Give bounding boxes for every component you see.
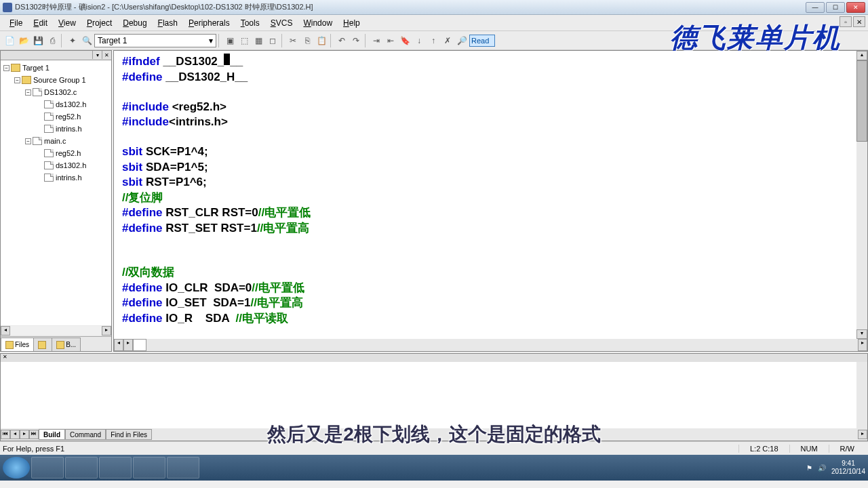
taskbar-item[interactable]: [65, 457, 98, 479]
close-button[interactable]: ✕: [846, 2, 865, 13]
start-button[interactable]: [3, 457, 30, 479]
system-tray[interactable]: ⚑ 🔊 9:412012/10/14: [806, 460, 865, 476]
tree-header[interactable]: reg52.h: [56, 113, 81, 121]
tree-header[interactable]: intrins.h: [56, 125, 82, 133]
save-icon[interactable]: 💾: [31, 34, 45, 47]
menu-tools[interactable]: Tools: [235, 17, 265, 29]
redo-icon[interactable]: ↷: [349, 34, 363, 47]
save-all-icon[interactable]: ⎙: [45, 34, 59, 47]
mdi-restore-button[interactable]: ▫: [840, 16, 852, 27]
pane-tab-files[interactable]: Files: [1, 338, 34, 351]
tree-collapse-icon[interactable]: −: [14, 77, 20, 83]
scroll-right-icon[interactable]: ▸: [858, 430, 867, 439]
output-close-icon[interactable]: ✕: [1, 354, 9, 362]
cut-icon[interactable]: ✂: [286, 34, 300, 47]
new-file-icon[interactable]: 📄: [3, 34, 16, 47]
menu-window[interactable]: Window: [298, 17, 338, 29]
scroll-left-icon[interactable]: ◂: [1, 326, 10, 336]
menu-svcs[interactable]: SVCS: [265, 17, 298, 29]
undo-icon[interactable]: ↶: [335, 34, 349, 47]
build-target-icon[interactable]: ▣: [223, 34, 237, 47]
pane-close-icon[interactable]: ✕: [102, 51, 111, 59]
tree-collapse-icon[interactable]: −: [3, 65, 9, 71]
scroll-down-icon[interactable]: ▾: [856, 329, 867, 339]
project-tree[interactable]: −Target 1 −Source Group 1 −DS1302.c ds13…: [1, 60, 111, 325]
minimize-button[interactable]: —: [806, 2, 825, 13]
scroll-right-end-icon[interactable]: ▸: [858, 339, 867, 351]
mdi-close-button[interactable]: ✕: [853, 16, 865, 27]
editor-hscrollbar[interactable]: ◂ ▸ ▸: [114, 339, 867, 351]
tray-volume-icon[interactable]: 🔊: [818, 464, 826, 472]
find-input[interactable]: Read: [469, 35, 495, 47]
tree-header[interactable]: reg52.h: [56, 149, 81, 157]
output-tab-findinfiles[interactable]: Find in Files: [106, 429, 152, 440]
maximize-button[interactable]: ☐: [826, 2, 845, 13]
bookmark-prev-icon[interactable]: ↑: [427, 34, 440, 47]
menu-file[interactable]: File: [4, 17, 28, 29]
tree-collapse-icon[interactable]: −: [25, 89, 31, 96]
app-icon: [3, 3, 12, 12]
menu-help[interactable]: Help: [338, 17, 366, 29]
target-select[interactable]: Target 1▾: [94, 34, 216, 47]
scroll-right-icon[interactable]: ▸: [123, 339, 133, 351]
open-icon[interactable]: 📂: [17, 34, 31, 47]
tree-file[interactable]: main.c: [44, 137, 66, 145]
editor-vscrollbar[interactable]: ▴ ▾: [856, 51, 867, 339]
output-pane: ✕ ⏮ ◂ ▸ ⏭ Build Command Find in Files ▸: [0, 353, 868, 441]
tree-header[interactable]: intrins.h: [56, 174, 82, 182]
output-text[interactable]: [1, 362, 856, 428]
scroll-right-icon[interactable]: ▸: [102, 326, 111, 336]
binoculars-icon[interactable]: 🔍: [80, 34, 94, 47]
taskbar-item[interactable]: [99, 457, 132, 479]
copy-icon[interactable]: ⎘: [300, 34, 314, 47]
indent-icon[interactable]: ⇥: [370, 34, 383, 47]
pane-tab-regs[interactable]: [33, 338, 52, 351]
pane-tab-books[interactable]: B...: [52, 338, 81, 351]
taskbar-item[interactable]: [167, 457, 199, 479]
tree-header[interactable]: ds1302.h: [56, 161, 86, 169]
tree-header[interactable]: ds1302.h: [56, 100, 86, 108]
tree-group[interactable]: Source Group 1: [33, 76, 86, 84]
menu-debug[interactable]: Debug: [117, 17, 152, 29]
menu-edit[interactable]: Edit: [28, 17, 53, 29]
stop-build-icon[interactable]: ◻: [266, 34, 279, 47]
taskbar-item[interactable]: [133, 457, 165, 479]
menu-view[interactable]: View: [53, 17, 81, 29]
tray-clock[interactable]: 9:412012/10/14: [831, 460, 865, 476]
output-tab-build[interactable]: Build: [39, 429, 65, 440]
tab-next-icon[interactable]: ▸: [20, 430, 29, 439]
tab-first-icon[interactable]: ⏮: [1, 430, 10, 439]
bookmark-clear-icon[interactable]: ✗: [441, 34, 454, 47]
tree-file[interactable]: DS1302.c: [44, 88, 77, 96]
tab-prev-icon[interactable]: ◂: [10, 430, 20, 439]
output-tabs: ⏮ ◂ ▸ ⏭ Build Command Find in Files ▸: [1, 428, 867, 441]
menu-peripherals[interactable]: Peripherals: [183, 17, 235, 29]
target-options-icon[interactable]: ✦: [66, 34, 79, 47]
tree-target[interactable]: Target 1: [22, 64, 50, 72]
scroll-up-icon[interactable]: ▴: [856, 51, 867, 60]
scroll-left-icon[interactable]: ◂: [114, 339, 123, 351]
paste-icon[interactable]: 📋: [315, 34, 328, 47]
menu-project[interactable]: Project: [81, 17, 117, 29]
build-all-icon[interactable]: ▦: [252, 34, 265, 47]
bookmark-next-icon[interactable]: ↓: [412, 34, 426, 47]
target-icon: [11, 64, 20, 72]
status-rw: R/W: [829, 445, 865, 453]
editor-tab[interactable]: [133, 339, 146, 351]
menu-flash[interactable]: Flash: [153, 17, 183, 29]
scroll-thumb[interactable]: [856, 60, 867, 142]
bookmark-icon[interactable]: 🔖: [398, 34, 412, 47]
rebuild-icon[interactable]: ⬚: [237, 34, 251, 47]
output-vscrollbar[interactable]: [856, 362, 867, 428]
taskbar-item[interactable]: [31, 457, 64, 479]
pane-hscrollbar[interactable]: ◂▸: [1, 325, 111, 336]
tab-last-icon[interactable]: ⏭: [29, 430, 39, 439]
code-editor[interactable]: #ifndef __DS1302___ #define __DS1302_H__…: [114, 51, 856, 339]
output-tab-command[interactable]: Command: [65, 429, 106, 440]
pane-dropdown-icon[interactable]: ▾: [92, 51, 102, 59]
tree-collapse-icon[interactable]: −: [25, 138, 31, 144]
outdent-icon[interactable]: ⇤: [384, 34, 397, 47]
find-icon[interactable]: 🔎: [455, 34, 469, 47]
tray-flag-icon[interactable]: ⚑: [806, 464, 812, 472]
h-file-icon: [44, 174, 54, 182]
